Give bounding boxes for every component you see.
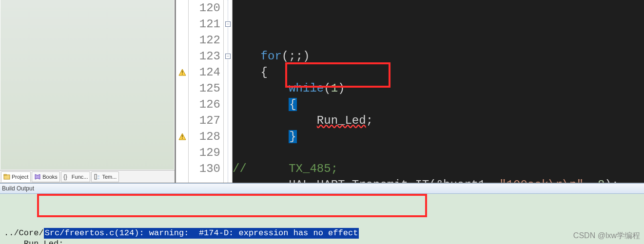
- output-warning-highlight: Src/freertos.c(124): warning: #174-D: ex…: [44, 228, 359, 239]
- line-number: 120: [189, 0, 220, 16]
- marker-cell: [176, 0, 188, 16]
- tab-books-label: Books: [42, 174, 58, 180]
- code-line[interactable]: {: [233, 96, 644, 113]
- code-line[interactable]: // TX_485;: [233, 161, 644, 177]
- marker-margin: !!: [176, 0, 189, 183]
- line-number: 126: [189, 96, 220, 113]
- code-line[interactable]: [233, 145, 644, 161]
- fold-toggle-icon[interactable]: −: [225, 21, 231, 27]
- line-number: 123: [189, 48, 220, 64]
- build-output-title-label: Build Output: [2, 185, 34, 192]
- line-number: 121: [189, 16, 220, 32]
- template-icon: [94, 173, 100, 180]
- line-number: 124: [189, 64, 220, 80]
- tab-templates-label: Tem...: [102, 174, 117, 180]
- tab-functions[interactable]: {} Func...: [61, 171, 91, 182]
- tab-project[interactable]: Project: [1, 171, 31, 182]
- fold-margin: −−: [224, 0, 233, 183]
- line-number-gutter: 120121122123124125126127128129130: [189, 0, 224, 183]
- tab-books[interactable]: Books: [32, 171, 60, 182]
- build-output[interactable]: ../Core/Src/freertos.c(124): warning: #1…: [0, 194, 644, 244]
- fold-toggle-icon[interactable]: −: [225, 54, 231, 59]
- build-output-title: Build Output: [0, 183, 644, 194]
- project-icon: [3, 173, 10, 180]
- warning-icon: !: [176, 129, 188, 145]
- tab-functions-label: Func...: [72, 174, 88, 180]
- code-line[interactable]: Run_Led;: [233, 113, 644, 129]
- marker-cell: [176, 145, 188, 161]
- ide-window: Project Books {} Func...: [0, 0, 644, 244]
- line-number: 127: [189, 113, 220, 129]
- marker-cell: [176, 32, 188, 48]
- project-tree[interactable]: [0, 0, 175, 170]
- svg-text:!: !: [181, 70, 183, 75]
- svg-text:{}: {}: [63, 173, 67, 180]
- code-line[interactable]: }: [233, 129, 644, 145]
- marker-cell: [176, 96, 188, 113]
- svg-rect-3: [95, 174, 97, 179]
- line-number: 129: [189, 145, 220, 161]
- line-number: 125: [189, 80, 220, 96]
- code-line[interactable]: HAL_UART_Transmit_IT(&huart1, "100ask\r\…: [233, 177, 644, 183]
- warning-icon: !: [176, 64, 188, 80]
- top-area: Project Books {} Func...: [0, 0, 644, 183]
- marker-cell: [176, 16, 188, 32]
- marker-cell: [176, 161, 188, 177]
- code-line[interactable]: {: [233, 64, 644, 80]
- code-line[interactable]: for(;;): [233, 48, 644, 64]
- annotation-box-output: [37, 194, 427, 217]
- books-icon: [34, 173, 41, 180]
- code-area[interactable]: for(;;) { while(1) { Run_Led; }// TX_485…: [233, 0, 644, 183]
- svg-rect-5: [98, 178, 99, 179]
- line-number: 122: [189, 32, 220, 48]
- svg-text:!: !: [181, 134, 183, 140]
- output-line[interactable]: Run_Led;: [4, 239, 640, 244]
- tab-templates[interactable]: Tem...: [91, 171, 119, 182]
- output-line[interactable]: ../Core/Src/freertos.c(124): warning: #1…: [4, 228, 640, 239]
- line-number: 128: [189, 129, 220, 145]
- svg-rect-1: [4, 174, 6, 175]
- code-editor[interactable]: !! 120121122123124125126127128129130 −− …: [176, 0, 644, 183]
- braces-icon: {}: [63, 173, 70, 180]
- code-line[interactable]: while(1): [233, 80, 644, 96]
- marker-cell: [176, 48, 188, 64]
- tab-project-label: Project: [12, 174, 28, 180]
- svg-rect-4: [98, 175, 99, 177]
- left-panel: Project Books {} Func...: [0, 0, 176, 183]
- line-number: 130: [189, 161, 220, 177]
- marker-cell: [176, 80, 188, 96]
- left-tabstrip: Project Books {} Func...: [0, 170, 175, 183]
- marker-cell: [176, 113, 188, 129]
